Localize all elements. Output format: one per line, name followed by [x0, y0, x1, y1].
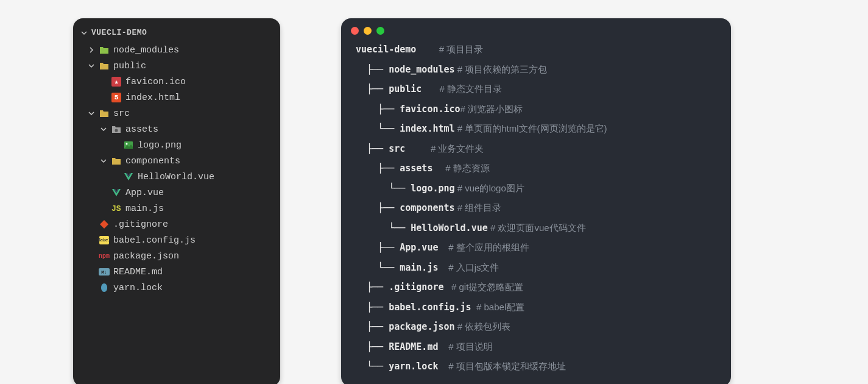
spacer — [416, 41, 439, 57]
entry-name: vuecil-demo — [356, 42, 416, 58]
git-icon — [99, 219, 110, 230]
close-dot-icon[interactable] — [351, 27, 359, 35]
tree-branch: ├── — [356, 240, 400, 256]
tree-item-README-md[interactable]: M↓README.md — [73, 264, 280, 280]
folder-yellow — [99, 60, 110, 71]
tree-item--gitignore[interactable]: .gitignore — [73, 216, 280, 232]
vue-icon — [123, 171, 134, 182]
entry-comment: # git提交忽略配置 — [451, 279, 523, 295]
entry-comment: # 入口js文件 — [448, 260, 499, 276]
entry-comment: # vue的logo图片 — [457, 180, 524, 196]
entry-comment: # 整个应用的根组件 — [448, 240, 529, 255]
tree-item-favicon-ico[interactable]: ★favicon.ico — [73, 74, 280, 90]
window-controls — [341, 18, 731, 40]
terminal-line: ├── assets # 静态资源 — [341, 158, 731, 179]
entry-comment: # 静态资源 — [445, 160, 490, 176]
chevron-down-icon — [80, 29, 88, 37]
yarn-icon — [99, 282, 110, 293]
tree-item-HelloWorld-vue[interactable]: HelloWorld.vue — [73, 169, 280, 185]
svg-point-2 — [126, 143, 128, 145]
entry-comment: # 项目说明 — [448, 339, 493, 355]
folder-yellow — [111, 155, 122, 166]
entry-name: node_modules — [389, 62, 454, 78]
entry-comment: # babel配置 — [476, 299, 524, 315]
html5-icon: 5 — [111, 92, 122, 103]
spacer — [405, 141, 431, 157]
folder-green — [99, 44, 110, 55]
file-name-label: App.vue — [125, 188, 164, 198]
terminal-line: ├── App.vue # 整个应用的根组件 — [341, 238, 731, 258]
entry-name: App.vue — [400, 240, 438, 256]
tree-branch: ├── — [356, 300, 389, 316]
tree-item-babel-config-js[interactable]: Babelbabel.config.js — [73, 232, 280, 248]
entry-name: HelloWorld.vue — [411, 221, 487, 236]
spacer — [422, 81, 439, 97]
entry-comment: # 项目包版本锁定和缓存地址 — [448, 358, 566, 374]
terminal-line: ├── components # 组件目录 — [341, 198, 731, 218]
terminal-line: ├── babel.config.js # babel配置 — [341, 297, 731, 318]
tree-item-App-vue[interactable]: App.vue — [73, 185, 280, 201]
spacer — [438, 240, 448, 255]
tree-branch: └── — [356, 221, 411, 236]
spacer — [438, 339, 448, 355]
chevron-down-icon — [88, 62, 95, 69]
entry-name: index.html — [400, 121, 454, 137]
terminal-body: vuecil-demo # 项目目录 ├── node_modules # 项目… — [341, 40, 731, 377]
entry-name: README.md — [389, 340, 438, 355]
file-name-label: node_modules — [113, 45, 179, 55]
tree-branch: ├── — [356, 102, 400, 118]
tree-item-node_modules[interactable]: node_modules — [73, 42, 280, 58]
explorer-header[interactable]: VUECLI-DEMO — [73, 26, 280, 42]
tree-item-yarn-lock[interactable]: yarn.lock — [73, 280, 280, 296]
terminal-line: ├── public # 静态文件目录 — [341, 79, 731, 99]
tree-branch: └── — [356, 260, 400, 276]
terminal-line: ├── src # 业务文件夹 — [341, 139, 731, 159]
entry-comment: # 欢迎页面vue代码文件 — [490, 220, 586, 236]
terminal-line: └── main.js # 入口js文件 — [341, 258, 731, 278]
tree-item-public[interactable]: public — [73, 58, 280, 74]
folder-yellow — [99, 108, 110, 119]
star-icon: ★ — [111, 76, 122, 87]
file-name-label: yarn.lock — [113, 283, 163, 293]
tree-item-main-js[interactable]: JSmain.js — [73, 201, 280, 216]
minimize-dot-icon[interactable] — [364, 27, 372, 35]
file-explorer-panel: VUECLI-DEMO node_modulespublic★favicon.i… — [73, 18, 280, 384]
entry-name: package.json — [389, 319, 454, 335]
entry-name: src — [389, 141, 405, 157]
entry-name: logo.png — [411, 181, 454, 197]
spacer — [438, 260, 448, 276]
entry-comment: # 业务文件夹 — [431, 141, 484, 157]
tree-item-src[interactable]: src — [73, 105, 280, 121]
entry-comment: # 浏览器小图标 — [460, 101, 523, 117]
tree-item-components[interactable]: components — [73, 153, 280, 169]
maximize-dot-icon[interactable] — [376, 27, 384, 35]
tree-branch: ├── — [356, 161, 400, 177]
entry-name: main.js — [400, 260, 438, 276]
terminal-line: ├── README.md # 项目说明 — [341, 337, 731, 357]
entry-name: assets — [400, 161, 432, 177]
terminal-line: └── logo.png # vue的logo图片 — [341, 179, 731, 199]
terminal-line: └── index.html # 单页面的html文件(网页浏览的是它) — [341, 119, 731, 139]
file-name-label: src — [113, 108, 130, 119]
entry-name: .gitignore — [389, 280, 443, 296]
entry-comment: # 项目依赖的第三方包 — [457, 62, 548, 77]
md-icon: M↓ — [99, 266, 110, 277]
spacer — [438, 358, 448, 374]
file-name-label: public — [113, 61, 146, 71]
terminal-line: └── yarn.lock # 项目包版本锁定和缓存地址 — [341, 357, 731, 377]
tree-item-logo-png[interactable]: logo.png — [73, 137, 280, 153]
terminal-line: vuecil-demo # 项目目录 — [341, 40, 731, 60]
terminal-panel: vuecil-demo # 项目目录 ├── node_modules # 项目… — [341, 18, 731, 384]
file-name-label: README.md — [113, 267, 163, 277]
tree-item-package-json[interactable]: npmpackage.json — [73, 248, 280, 264]
chevron-right-icon — [88, 46, 95, 54]
tree-branch: └── — [356, 359, 389, 375]
tree-item-assets[interactable]: assets — [73, 121, 280, 137]
entry-name: babel.config.js — [389, 300, 471, 316]
file-name-label: babel.config.js — [113, 235, 196, 246]
tree-item-index-html[interactable]: 5index.html — [73, 90, 280, 105]
file-name-label: .gitignore — [113, 219, 168, 230]
spacer — [444, 279, 452, 295]
tree-branch: ├── — [356, 141, 389, 157]
terminal-line: ├── favicon.ico# 浏览器小图标 — [341, 99, 731, 119]
